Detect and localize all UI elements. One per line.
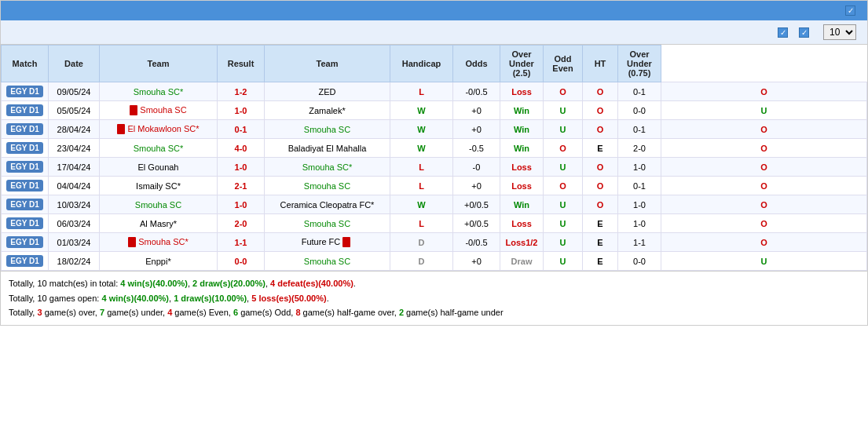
team1-cell: Ismaily SC* <box>100 177 218 195</box>
score-cell: 1-0 <box>218 158 265 177</box>
team1-name: Al Masry* <box>140 219 177 228</box>
match-badge: EGY D1 <box>6 217 43 229</box>
over-under-25-cell: U <box>544 158 583 177</box>
result-letter: D <box>419 238 425 247</box>
match-badge: EGY D1 <box>6 161 43 173</box>
odd-even-value: E <box>597 238 602 247</box>
egy-d1-checkbox[interactable]: ✓ <box>778 27 788 38</box>
score-cell: 2-0 <box>218 214 265 233</box>
odds-cell: Loss1/2 <box>500 233 544 252</box>
result-letter: L <box>419 181 424 191</box>
match-cell: EGY D1 <box>2 101 49 120</box>
over-under-075-cell: O <box>661 158 867 177</box>
display-notes-checkbox[interactable]: ✓ <box>845 5 855 16</box>
col-ou25: Over Under (2.5) <box>500 46 544 82</box>
table-row: EGY D123/04/24Smouha SC*4-0Baladiyat El … <box>2 139 867 158</box>
table-row: EGY D117/04/24El Gounah1-0Smouha SC*L-0L… <box>2 158 867 177</box>
over-under-25-cell: U <box>544 195 583 214</box>
over-under-25-value: O <box>559 144 566 153</box>
handicap-cell: +0 <box>453 101 500 120</box>
odds-cell: Loss <box>500 177 544 195</box>
result-letter: W <box>417 144 425 153</box>
header: ✓ <box>1 1 867 20</box>
ht-cell: 1-0 <box>618 195 661 214</box>
col-result: Result <box>218 46 265 82</box>
match-cell: EGY D1 <box>2 82 49 101</box>
score-value: 1-2 <box>235 87 247 97</box>
col-odds: Odds <box>453 46 500 82</box>
ht-cell: 1-1 <box>618 233 661 252</box>
team2-name: Smouha SC <box>304 125 350 134</box>
match-cell: EGY D1 <box>2 233 49 252</box>
handicap-cell: -0.5 <box>453 139 500 158</box>
team1-cell: Smouha SC* <box>100 233 218 252</box>
team2-name: Ceramica Cleopatra FC* <box>280 200 375 210</box>
over-under-075-value: U <box>761 106 767 115</box>
team1-name: Smouha SC* <box>138 237 189 246</box>
date-cell: 10/03/24 <box>49 195 100 214</box>
score-value: 1-0 <box>235 200 247 210</box>
ht-cell: 0-1 <box>618 120 661 139</box>
team1-cell: El Mokawloon SC* <box>100 120 218 139</box>
col-date: Date <box>49 46 100 82</box>
team2-name: Smouha SC* <box>302 162 353 172</box>
ht-cell: 0-1 <box>618 177 661 195</box>
filter-row: ✓ ✓ 5 10 15 20 30 <box>1 20 867 45</box>
team1-name: Smouha SC <box>135 200 181 210</box>
over-under-075-value: O <box>760 219 767 228</box>
result-letter: W <box>417 125 425 134</box>
date-cell: 18/02/24 <box>49 252 100 271</box>
over-under-25-value: U <box>560 257 566 266</box>
odds-value: Win <box>514 125 529 134</box>
egy-lc-checkbox[interactable]: ✓ <box>799 27 809 38</box>
handicap-cell: +0/0.5 <box>453 195 500 214</box>
over-under-075-value: O <box>760 181 767 191</box>
team2-cell: ZED <box>265 82 390 101</box>
odds-cell: Win <box>500 120 544 139</box>
odd-even-cell: O <box>583 158 618 177</box>
team2-cell: Zamalek* <box>265 101 390 120</box>
over-under-075-cell: O <box>661 195 867 214</box>
over-under-075-value: O <box>760 125 767 134</box>
match-badge: EGY D1 <box>6 142 43 154</box>
team2-name: Smouha SC <box>304 257 350 266</box>
ht-cell: 0-0 <box>618 101 661 120</box>
result-letter: W <box>417 200 425 210</box>
date-cell: 09/05/24 <box>49 82 100 101</box>
red-card-icon <box>128 237 136 247</box>
match-badge: EGY D1 <box>6 86 43 97</box>
odd-even-value: E <box>597 219 602 228</box>
team2-name: Baladiyat El Mahalla <box>288 144 367 153</box>
result-letter: W <box>417 106 425 115</box>
odds-value: Win <box>514 200 529 210</box>
date-cell: 01/03/24 <box>49 233 100 252</box>
display-notes-area: ✓ <box>845 5 859 16</box>
footer-line3: Totally, 3 game(s) over, 7 game(s) under… <box>9 305 859 320</box>
last-select[interactable]: 5 10 15 20 30 <box>823 24 856 40</box>
ht-cell: 0-0 <box>618 252 661 271</box>
team2-name: Smouha SC <box>304 219 350 228</box>
odds-cell: Draw <box>500 252 544 271</box>
odd-even-value: O <box>597 125 604 134</box>
over-under-075-value: U <box>761 257 767 266</box>
over-under-075-cell: O <box>661 177 867 195</box>
table-header-row: Match Date Team Result Team Handicap Odd… <box>2 46 867 82</box>
score-cell: 0-0 <box>218 252 265 271</box>
match-badge: EGY D1 <box>6 199 43 210</box>
team1-name: El Mokawloon SC* <box>127 124 199 133</box>
score-value: 4-0 <box>235 144 247 153</box>
match-badge: EGY D1 <box>6 180 43 191</box>
team2-name: ZED <box>319 87 336 97</box>
match-cell: EGY D1 <box>2 177 49 195</box>
over-under-25-cell: O <box>544 82 583 101</box>
team1-name: Smouha SC* <box>134 87 184 97</box>
odds-value: Win <box>514 144 529 153</box>
result-letter-cell: W <box>390 195 453 214</box>
table-row: EGY D106/03/24Al Masry*2-0Smouha SCL+0/0… <box>2 214 867 233</box>
table-row: EGY D104/04/24Ismaily SC*2-1Smouha SCL+0… <box>2 177 867 195</box>
odd-even-cell: E <box>583 233 618 252</box>
match-badge: EGY D1 <box>6 104 43 116</box>
team2-cell: Smouha SC* <box>265 158 390 177</box>
score-value: 2-0 <box>235 219 247 228</box>
table-row: EGY D109/05/24Smouha SC*1-2ZEDL-0/0.5Los… <box>2 82 867 101</box>
